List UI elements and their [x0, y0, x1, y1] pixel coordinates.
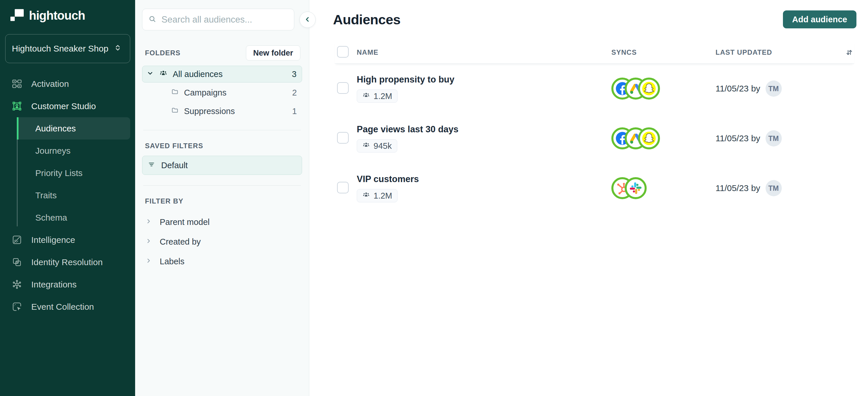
filter-group-parent-model[interactable]: Parent model: [142, 212, 302, 232]
sidebar-nav: Activation Customer Studio Audiences Jou…: [0, 73, 135, 318]
event-collection-icon: [11, 301, 22, 312]
audience-name: VIP customers: [357, 174, 419, 184]
folders-section-title: FOLDERS: [145, 49, 181, 57]
activation-icon: [11, 79, 22, 89]
last-updated-text: 11/05/23 by: [715, 84, 761, 93]
search-icon: [148, 15, 157, 25]
folder-icon: [171, 88, 179, 97]
table-header: NAME SYNCS LAST UPDATED: [335, 41, 854, 64]
folder-all-audiences[interactable]: All audiences 3: [142, 66, 302, 83]
users-icon: [362, 91, 370, 101]
sidebar-item-traits[interactable]: Traits: [17, 184, 130, 206]
users-icon: [362, 191, 370, 201]
sidebar: hightouch Hightouch Sneaker Shop Activat…: [0, 0, 135, 396]
syncs-cell: [611, 127, 715, 149]
customer-studio-subnav: Audiences Journeys Priority Lists Traits…: [17, 117, 130, 229]
folder-suppressions[interactable]: Suppressions 1: [167, 103, 302, 120]
saved-filter-default[interactable]: Default: [142, 156, 302, 175]
identity-resolution-icon: [11, 257, 22, 268]
search-box[interactable]: [142, 9, 294, 30]
filter-icon: [148, 160, 155, 170]
audience-name: High propensity to buy: [357, 74, 455, 85]
sort-icon[interactable]: [841, 48, 854, 57]
audience-size-badge: 1.2M: [357, 89, 398, 103]
row-checkbox[interactable]: [337, 82, 349, 94]
last-updated-text: 11/05/23 by: [715, 183, 761, 193]
integrations-icon: [11, 279, 22, 290]
hightouch-logo-text: hightouch: [29, 9, 85, 23]
add-audience-button[interactable]: Add audience: [783, 10, 857, 28]
intelligence-icon: [11, 235, 22, 245]
sidebar-item-customer-studio[interactable]: Customer Studio: [0, 95, 135, 117]
new-folder-button[interactable]: New folder: [246, 45, 300, 61]
row-checkbox[interactable]: [337, 182, 349, 193]
syncs-cell: [611, 78, 715, 99]
search-input[interactable]: [161, 14, 288, 25]
folders-panel: FOLDERS New folder All audiences 3 Campa…: [135, 0, 309, 396]
folder-count: 2: [292, 88, 297, 97]
column-header-name: NAME: [357, 48, 611, 56]
sidebar-item-activation[interactable]: Activation: [0, 73, 135, 95]
chevron-right-icon: [145, 257, 152, 266]
workspace-selector[interactable]: Hightouch Sneaker Shop: [5, 34, 130, 63]
last-updated-text: 11/05/23 by: [715, 133, 761, 143]
table-row[interactable]: Page views last 30 days 945k 11/05/23 by…: [335, 114, 854, 163]
chevron-right-icon: [145, 237, 152, 247]
folder-campaigns[interactable]: Campaigns 2: [167, 84, 302, 101]
saved-filters-section-title: SAVED FILTERS: [145, 142, 302, 150]
audience-name: Page views last 30 days: [357, 124, 459, 134]
filter-by-section-title: FILTER BY: [145, 197, 302, 205]
row-checkbox[interactable]: [337, 132, 349, 144]
hightouch-logo-icon: [10, 9, 24, 22]
sidebar-item-integrations[interactable]: Integrations: [0, 273, 135, 296]
snapchat-sync-icon[interactable]: [638, 127, 660, 149]
folder-count: 3: [292, 69, 297, 79]
sidebar-item-intelligence[interactable]: Intelligence: [0, 229, 135, 251]
divider: [143, 130, 301, 130]
audiences-people-icon: [159, 69, 167, 79]
sidebar-item-priority-lists[interactable]: Priority Lists: [17, 162, 130, 184]
chevron-down-icon: [146, 69, 154, 79]
sidebar-item-event-collection[interactable]: Event Collection: [0, 296, 135, 318]
filter-group-created-by[interactable]: Created by: [142, 232, 302, 251]
avatar: TM: [766, 81, 782, 97]
sidebar-item-audiences[interactable]: Audiences: [17, 117, 130, 140]
customer-studio-icon: [11, 101, 22, 112]
select-all-checkbox[interactable]: [337, 46, 349, 58]
folder-tree: All audiences 3 Campaigns 2 Suppressions…: [142, 66, 302, 120]
slack-sync-icon[interactable]: [625, 177, 647, 199]
column-header-last-updated: LAST UPDATED: [715, 48, 841, 56]
column-header-syncs: SYNCS: [611, 48, 715, 56]
hightouch-logo: hightouch: [10, 9, 135, 23]
divider: [143, 185, 301, 186]
syncs-cell: [611, 177, 715, 199]
audiences-table: NAME SYNCS LAST UPDATED High propensity …: [309, 30, 868, 213]
chevron-left-icon: [304, 16, 312, 24]
audience-size-badge: 1.2M: [357, 189, 398, 202]
table-row[interactable]: High propensity to buy 1.2M 11/05/23 by …: [335, 64, 854, 114]
table-row[interactable]: VIP customers 1.2M 11/05/23 by TM: [335, 163, 854, 213]
snapchat-sync-icon[interactable]: [638, 78, 660, 99]
sidebar-item-journeys[interactable]: Journeys: [17, 140, 130, 162]
folder-icon: [171, 106, 179, 116]
avatar: TM: [766, 130, 782, 147]
chevron-right-icon: [145, 217, 152, 227]
chevron-up-down-icon: [113, 43, 122, 54]
users-icon: [362, 141, 370, 151]
sidebar-item-identity-resolution[interactable]: Identity Resolution: [0, 251, 135, 273]
main-content: Audiences Add audience NAME SYNCS LAST U…: [309, 0, 868, 396]
audience-size-badge: 945k: [357, 139, 397, 153]
filter-group-labels[interactable]: Labels: [142, 251, 302, 271]
page-title: Audiences: [333, 11, 400, 28]
workspace-name: Hightouch Sneaker Shop: [12, 44, 108, 54]
avatar: TM: [766, 180, 782, 196]
collapse-panel-button[interactable]: [300, 11, 316, 28]
folder-count: 1: [292, 106, 297, 116]
sidebar-item-schema[interactable]: Schema: [17, 206, 130, 229]
